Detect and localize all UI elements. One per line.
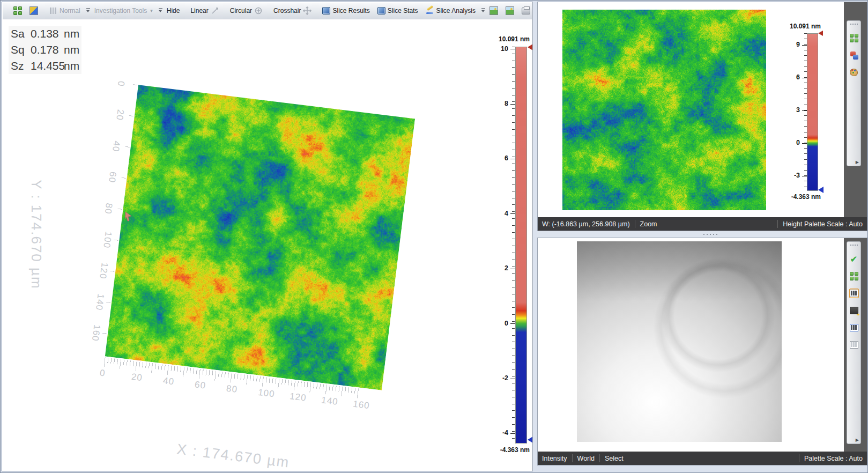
colorbar-tick-label: 0 [505,320,508,327]
histogram-view-button[interactable] [849,323,859,332]
mode-zoom[interactable]: Zoom [640,220,657,228]
export-image-button[interactable] [486,4,502,17]
x-tick-label: 20 [131,372,143,383]
surface-map-button[interactable] [26,4,42,17]
tile-windows-button[interactable] [10,4,26,17]
stat-value: 0.178 [31,43,64,56]
intensity-status-bar: Intensity World Select Palette Scale : A… [538,452,867,465]
y-tick-label: 40 [110,140,122,152]
x-tick-label: 140 [321,395,339,408]
colorbar-tick-label: 9 [796,41,800,48]
stat-unit: nm [64,27,79,40]
slice-stats-label: Slice Stats [388,7,418,14]
cursor-coordinates: W: (-16.863 µm, 256.908 µm) [542,220,630,228]
colorbar-tick [802,78,807,78]
colorbar-tick [510,433,515,434]
colorbar-tick-label: 6 [505,154,508,162]
colorbar-tick [802,143,807,144]
zoom-2d-map[interactable] [562,10,766,210]
disabled-view-icon [850,341,858,349]
zoom-status-bar: W: (-16.863 µm, 256.908 µm) Zoom Height … [538,217,867,231]
slice-results-icon [322,7,330,14]
y-axis-title: Y : 174.670 µm [28,154,44,315]
colorbar-tick-label: 8 [505,100,508,107]
scale-min-marker[interactable] [818,187,824,193]
surface-3d-panel: Normal Investigation Tools ▾ Hide Linear [2,2,533,471]
linear-slice-button[interactable]: Linear [187,4,222,17]
pointer-cursor [124,211,133,222]
investigation-tools-dropdown[interactable]: Investigation Tools ▾ [91,5,157,17]
colorbar-tick-label: 6 [796,73,800,81]
surface-3d-plot[interactable]: 020406080100120140160 020406080100120140… [105,85,415,390]
scale-max-marker[interactable] [528,44,533,50]
stat-unit: nm [64,43,79,56]
intensity-panel-toolbar: ✔ ▶ [847,241,861,444]
intensity-view-button[interactable] [849,289,859,298]
enhanced-view-button[interactable] [849,306,859,315]
palette-icon [850,69,858,76]
palette-button[interactable] [849,68,859,77]
surface-3d-map[interactable] [105,85,415,390]
mode-intensity[interactable]: Intensity [542,455,567,462]
y-tick-label: 20 [114,109,125,121]
height-colorbar[interactable] [515,47,527,444]
intensity-image[interactable] [577,241,782,442]
scale-max-marker[interactable] [818,31,823,36]
height-palette-scale-setting[interactable]: Height Palette Scale : Auto [783,220,863,228]
view-3d-button[interactable] [849,50,859,60]
toolbar-expand-icon[interactable]: ▶ [856,160,859,165]
stat-label: Sz [11,60,31,72]
height-colorbar[interactable] [807,33,818,191]
y-tick-label: 160 [90,324,102,342]
y-tick-label: 80 [102,202,114,215]
x-tick-label: 60 [194,379,206,391]
y-tick-label: 100 [101,231,114,249]
slice-analysis-label: Slice Analysis [436,7,476,14]
print-button[interactable] [518,5,533,17]
printer-icon [522,8,530,14]
colorbar-tick [510,269,515,269]
colorbar-max-label: 10.091 nm [476,35,530,43]
palette-scale-setting[interactable]: Palette Scale : Auto [804,455,863,462]
accept-button[interactable]: ✔ [849,254,859,264]
normal-view-button[interactable]: Normal [45,4,84,17]
fit-view-button[interactable] [849,33,859,43]
mode-select[interactable]: Select [605,455,624,462]
stat-label: Sa [11,27,31,40]
zoom-2d-panel: 10.091 nm 9630-3 -4.363 nm ▶ W: (-16.863… [537,2,867,231]
intensity-view-icon [850,290,858,297]
image-plus-icon [506,6,514,15]
disabled-view-button[interactable] [849,340,859,350]
colorbar-ticks: 9630-3 [784,33,807,191]
colorbar-tick-label: 0 [796,139,800,146]
toolbar-expand-icon[interactable]: ▶ [856,438,859,442]
fit-view-button[interactable] [849,271,859,281]
slice-stats-button[interactable]: Slice Stats [374,5,422,17]
stat-row-sq: Sq 0.178 nm [9,42,81,58]
hide-button[interactable]: Hide [163,5,184,17]
slice-results-button[interactable]: Slice Results [318,5,373,17]
panel-splitter[interactable] [537,231,867,238]
colorbar-tick [802,110,807,111]
stat-label: Sq [11,43,31,56]
circular-slice-button[interactable]: Circular [226,4,266,17]
colorbar-ticks: 1086420-2-4 [493,47,515,444]
slice-analysis-button[interactable]: Slice Analysis [422,4,479,17]
colorbar-tick [510,323,515,324]
colorbar-tick [510,379,515,379]
copy-image-button[interactable] [502,4,518,17]
fit-view-icon [850,34,858,42]
colorbar-tick-label: 3 [796,106,800,114]
crosshair-button[interactable]: Crosshair [270,4,315,17]
mode-world[interactable]: World [577,455,595,462]
toolbar-grip[interactable] [850,244,858,246]
stat-row-sz: Sz 14.455 nm [9,58,81,74]
colorbar-tick [510,104,515,105]
circular-label: Circular [230,7,252,14]
splitter-grip [702,233,718,235]
scale-min-marker[interactable] [528,435,533,444]
toolbar-grip[interactable] [850,23,858,25]
x-tick-label: 120 [289,391,307,404]
circular-slice-icon [254,6,263,15]
check-icon: ✔ [850,254,857,264]
